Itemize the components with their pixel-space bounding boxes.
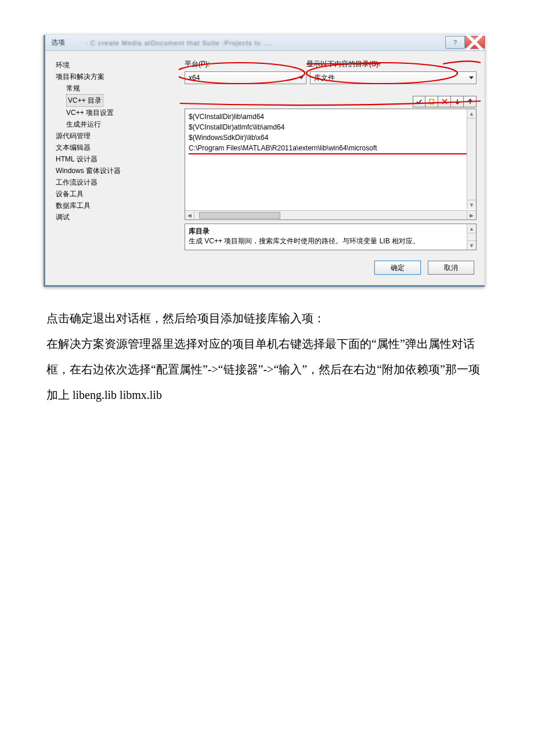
tree-item-projects-solutions[interactable]: 项目和解决方案 [53,71,180,82]
description-body: 生成 VC++ 项目期间，搜索库文件时使用的路径。与环境变量 LIB 相对应。 [189,236,472,246]
dialog-subtitle-blur: · C create Media atDocument that Suite :… [86,39,273,46]
check-button[interactable] [413,96,425,107]
platform-label: 平台(P): [185,59,306,69]
scroll-down-icon[interactable]: ▼ [467,200,476,209]
delete-line-button[interactable] [438,96,451,107]
tree-item-vc-project-settings[interactable]: VC++ 项目设置 [53,107,180,118]
tree-item-device-tools[interactable]: 设备工具 [53,188,180,200]
tree-item-html-designer[interactable]: HTML 设计器 [53,153,180,165]
description-box: 库目录 生成 VC++ 项目期间，搜索库文件时使用的路径。与环境变量 LIB 相… [185,224,477,250]
dialog-buttons: 确定 取消 [45,253,485,285]
tree-item-winforms-designer[interactable]: Windows 窗体设计器 [53,165,180,177]
platform-value: x64 [189,74,200,82]
dialog-title: 选项 [51,38,65,48]
tree-item-database-tools[interactable]: 数据库工具 [53,200,180,211]
new-line-button[interactable] [425,96,438,107]
tree-item-vc-directories[interactable]: VC++ 目录 [53,94,180,107]
desc-vertical-scrollbar[interactable]: ▲ ▼ [467,224,476,250]
scroll-right-icon[interactable]: ▶ [467,211,476,219]
chevron-down-icon [469,77,474,80]
scroll-down-icon[interactable]: ▼ [467,240,476,250]
close-button[interactable] [465,36,485,49]
scroll-left-icon[interactable]: ◀ [185,211,194,219]
options-tree[interactable]: 环境 项目和解决方案 常规 VC++ 目录 VC++ 项目设置 生成并运行 源代… [53,59,180,250]
tree-item-build-run[interactable]: 生成并运行 [53,118,180,130]
tree-item-debugging[interactable]: 调试 [53,211,180,223]
article-text: 点击确定退出对话框，然后给项目添加链接库输入项： 在解决方案资源管理器里选择对应… [46,305,488,408]
svg-point-1 [432,99,435,101]
list-item[interactable]: C:\Program Files\MATLAB\R2011a\extern\li… [189,143,472,154]
paths-listbox[interactable]: $(VCInstallDir)lib\amd64 $(VCInstallDir)… [185,109,477,220]
description-title: 库目录 [189,226,472,236]
list-item[interactable]: $(VCInstallDir)lib\amd64 [189,111,472,122]
scroll-thumb[interactable] [199,212,280,219]
article-p2: 在解决方案资源管理器里选择对应的项目单机右键选择最下面的“属性”弹出属性对话框，… [46,331,488,408]
scroll-up-icon[interactable]: ▲ [467,109,476,118]
tree-item-workflow-designer[interactable]: 工作流设计器 [53,177,180,188]
tree-item-environment[interactable]: 环境 [53,59,180,71]
show-dirs-label: 显示以下内容的目录(S): [306,59,477,69]
options-dialog: 选项 · C create Media atDocument that Suit… [44,35,485,287]
chevron-down-icon [299,77,304,80]
dialog-titlebar[interactable]: 选项 · C create Media atDocument that Suit… [45,35,485,51]
paths-toolbar [185,96,477,107]
move-up-button[interactable] [464,96,477,107]
article-p1: 点击确定退出对话框，然后给项目添加链接库输入项： [46,305,488,331]
scroll-up-icon[interactable]: ▲ [467,224,476,233]
list-item[interactable]: $(VCInstallDir)atlmfc\lib\amd64 [189,122,472,132]
cancel-button[interactable]: 取消 [428,261,474,275]
ok-button[interactable]: 确定 [374,261,421,275]
tree-item-general[interactable]: 常规 [53,82,180,94]
move-down-button[interactable] [451,96,464,107]
platform-combobox[interactable]: x64 [185,71,306,84]
titlebar-buttons: ? [445,37,485,49]
right-panel: 平台(P): 显示以下内容的目录(S): x64 库文件 [185,59,477,250]
vertical-scrollbar[interactable]: ▲ ▼ [467,109,476,209]
tree-item-text-editor[interactable]: 文本编辑器 [53,142,180,153]
list-item[interactable]: $(WindowsSdkDir)\lib\x64 [189,132,472,143]
help-button[interactable]: ? [445,36,465,49]
show-dirs-combobox[interactable]: 库文件 [310,71,477,84]
tree-item-source-control[interactable]: 源代码管理 [53,130,180,142]
horizontal-scrollbar[interactable]: ◀ ▶ [185,210,476,219]
show-dirs-value: 库文件 [314,73,335,83]
